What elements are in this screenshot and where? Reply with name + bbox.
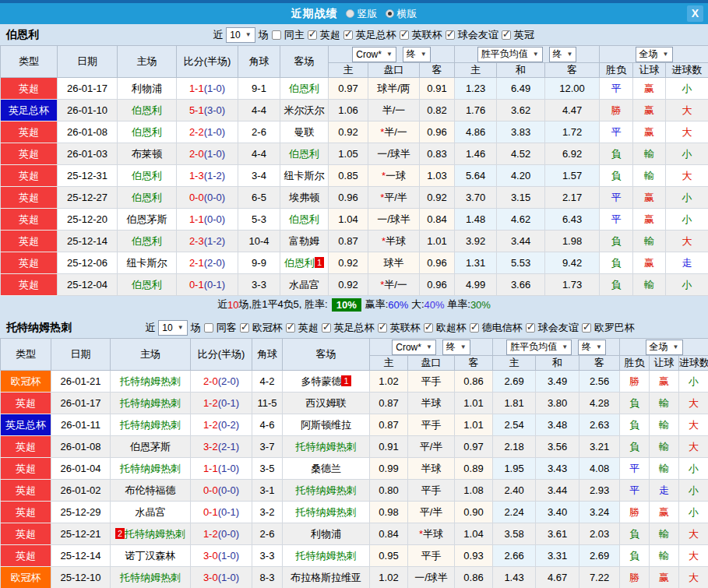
halftime-score: (2-0) <box>204 257 225 269</box>
league-checkbox[interactable] <box>240 323 249 333</box>
league-badge: 英超 <box>1 458 51 480</box>
league-checkbox[interactable] <box>322 323 331 333</box>
radio-selected-icon[interactable] <box>386 9 394 18</box>
same-venue-checkbox[interactable] <box>204 323 213 333</box>
result-goals: 大 <box>666 231 708 252</box>
odds-home: 0.80 <box>370 480 408 502</box>
corners: 9-9 <box>238 252 280 274</box>
halftime-score: (0-1) <box>204 279 225 290</box>
col-header-3: 比分(半场) <box>191 339 252 371</box>
odds-home: 1.02 <box>370 567 408 588</box>
mean-home: 3.92 <box>455 231 497 252</box>
odds-group-header: Crow*▼终▼ <box>370 339 493 356</box>
mean-stage-select[interactable]: 终▼ <box>578 340 606 355</box>
result-handicap: 赢 <box>650 502 679 523</box>
layout-radio-vertical[interactable]: 竖版 <box>346 7 378 21</box>
score: 0-1(0-1) <box>191 502 252 523</box>
league-checkbox[interactable] <box>502 30 511 40</box>
odds-company-select[interactable]: Crow*▼ <box>352 47 396 62</box>
mean-away: 1.57 <box>545 165 600 187</box>
team-name: 托特纳姆热刺 <box>120 463 181 474</box>
same-venue-checkbox[interactable] <box>272 30 281 40</box>
mean-odds-select[interactable]: 胜平负均值▼ <box>477 47 543 62</box>
score: 3-2(2-1) <box>191 436 252 458</box>
mean-away: 12.00 <box>545 78 600 100</box>
mean-draw: 3.49 <box>536 371 579 393</box>
halftime-score: (1-0) <box>218 463 239 474</box>
league-checkbox-label: 欧罗巴杯 <box>594 321 635 335</box>
league-checkbox[interactable] <box>378 323 387 333</box>
mean-odds-select[interactable]: 胜平负均值▼ <box>506 340 572 355</box>
scope-select[interactable]: 全场▼ <box>636 47 673 62</box>
team-name: 桑德兰 <box>311 463 341 474</box>
league-checkbox[interactable] <box>446 30 455 40</box>
odds-away: 0.89 <box>455 458 493 480</box>
mean-draw: 4.67 <box>536 567 579 588</box>
team-name: 托特纳姆热刺 <box>120 419 181 431</box>
league-checkbox[interactable] <box>286 323 295 333</box>
league-checkbox-label: 英联杯 <box>390 321 421 335</box>
away-team: 桑德兰 <box>283 458 370 480</box>
match-count-select[interactable]: 10▼ <box>226 27 255 43</box>
result-goals: 小 <box>666 209 708 231</box>
result-wdl: 負 <box>620 436 650 458</box>
league-checkbox[interactable] <box>308 30 317 40</box>
home-team: 布莱顿 <box>118 143 177 165</box>
match-count-select[interactable]: 10▼ <box>158 320 187 336</box>
league-checkbox[interactable] <box>424 323 433 333</box>
result-wdl: 負 <box>600 274 633 296</box>
halftime-score: (1-0) <box>218 572 239 583</box>
result-handicap: 赢 <box>633 100 666 121</box>
fulltime-score: 2-3 <box>189 235 204 247</box>
sub-header-2: 客 <box>455 356 493 371</box>
close-button[interactable]: X <box>687 5 703 22</box>
fulltime-score: 1-2 <box>203 419 218 431</box>
league-checkbox[interactable] <box>582 323 591 333</box>
odds-away: 1.04 <box>455 523 493 545</box>
result-goals: 小 <box>679 480 708 502</box>
scope-select[interactable]: 全场▼ <box>646 340 683 355</box>
result-handicap: 赢 <box>633 187 666 209</box>
halftime-score: (0-1) <box>218 506 239 518</box>
mean-home: 2.24 <box>493 502 536 523</box>
league-checkbox-label: 英超 <box>298 321 319 335</box>
mean-draw: 3.83 <box>497 121 545 143</box>
mean-stage-select[interactable]: 终▼ <box>549 47 577 62</box>
radio-unselected-icon[interactable] <box>346 9 354 18</box>
odds-away: 0.97 <box>455 436 493 458</box>
corners: 2-6 <box>238 121 280 143</box>
league-checkbox[interactable] <box>526 323 535 333</box>
odds-company-select[interactable]: Crow*▼ <box>392 340 436 355</box>
match-row: 英超26-01-02布伦特福德0-0(0-0)3-1托特纳姆热刺0.80平手1.… <box>1 480 708 502</box>
home-team: 诺丁汉森林 <box>111 545 191 567</box>
mean-away: 2.03 <box>579 523 620 545</box>
summary-text: 60% <box>388 299 408 311</box>
sub-header-5: 客 <box>579 356 620 371</box>
league-badge: 英超 <box>1 78 58 100</box>
fulltime-score: 2-0 <box>203 375 218 387</box>
mean-away: 2.63 <box>579 414 620 436</box>
handicap-text: 半球 <box>386 235 406 247</box>
odds-away: 0.86 <box>455 371 493 393</box>
odds-home: 1.06 <box>329 100 368 121</box>
match-date: 26-01-10 <box>58 100 118 121</box>
handicap: 平手 <box>408 371 455 393</box>
section-summary: 近10场,胜1平4负5, 胜率:10%赢率:60% 大:40% 单率:30% <box>0 296 708 313</box>
mean-away: 4.08 <box>579 458 620 480</box>
odds-stage-select[interactable]: 终▼ <box>403 47 431 62</box>
league-checkbox[interactable] <box>400 30 409 40</box>
league-checkbox[interactable] <box>470 323 479 333</box>
team-name: 托特纳姆热刺 <box>296 484 357 496</box>
league-checkbox[interactable] <box>343 30 353 40</box>
layout-radio-horizontal[interactable]: 横版 <box>386 7 417 21</box>
odds-stage-select[interactable]: 终▼ <box>442 340 470 355</box>
mean-home: 2.66 <box>493 545 536 567</box>
handicap-text: 半球 <box>423 528 443 540</box>
score: 2-0(1-0) <box>177 143 238 165</box>
same-venue-label: 同客 <box>217 321 237 335</box>
fulltime-score: 2-2 <box>189 126 204 138</box>
odds-away: 0.91 <box>420 78 455 100</box>
team-name: 伯恩利 <box>289 148 319 160</box>
match-count-select-value: 10 <box>162 322 172 333</box>
section-team-title: 伯恩利 <box>6 28 39 42</box>
